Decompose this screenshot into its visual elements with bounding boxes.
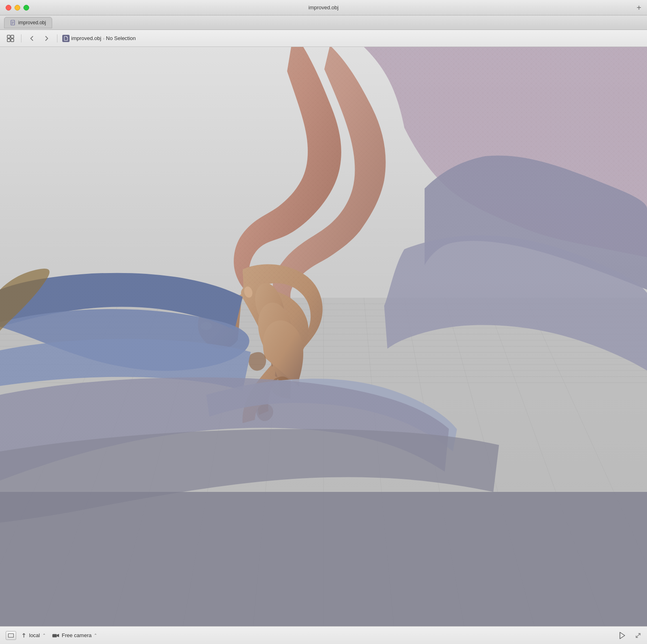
forward-button[interactable]	[41, 33, 52, 44]
svg-rect-36	[52, 634, 57, 637]
file-name-label: improved.obj	[71, 35, 101, 41]
svg-marker-38	[620, 632, 625, 639]
camera-section: Free camera ⌃	[52, 632, 97, 638]
back-icon	[29, 36, 35, 41]
transform-chevron[interactable]: ⌃	[42, 633, 46, 638]
maximize-button[interactable]	[23, 5, 29, 11]
svg-rect-4	[7, 35, 10, 38]
svg-line-39	[638, 634, 640, 636]
play-button[interactable]	[616, 629, 628, 642]
svg-rect-7	[11, 39, 14, 42]
traffic-lights[interactable]	[6, 5, 29, 11]
window-title: improved.obj	[309, 4, 338, 11]
close-button[interactable]	[6, 5, 11, 11]
file-icon	[62, 35, 70, 42]
layout-button[interactable]	[6, 631, 16, 640]
new-tab-button[interactable]: +	[636, 4, 641, 12]
obj-file-icon	[63, 36, 68, 41]
status-bar: local ⌃ Free camera ⌃	[0, 626, 647, 644]
play-icon	[619, 632, 626, 639]
tab-bar: improved.obj	[0, 15, 647, 30]
svg-line-40	[636, 636, 638, 637]
toolbar-separator-1	[21, 34, 21, 42]
resize-icon	[635, 633, 641, 638]
minimize-button[interactable]	[15, 5, 20, 11]
3d-viewport[interactable]	[0, 47, 647, 626]
camera-chevron[interactable]: ⌃	[94, 633, 97, 638]
active-tab[interactable]: improved.obj	[4, 17, 52, 28]
back-button[interactable]	[26, 33, 38, 44]
file-tab-icon	[10, 20, 16, 25]
grid-view-button[interactable]	[5, 33, 16, 44]
title-bar: improved.obj +	[0, 0, 647, 15]
layout-icon	[8, 633, 14, 638]
transform-icon	[21, 633, 27, 638]
svg-rect-6	[7, 39, 10, 42]
svg-rect-5	[11, 35, 14, 38]
svg-rect-34	[8, 633, 14, 637]
camera-icon	[52, 633, 59, 638]
bottom-fill	[0, 492, 647, 626]
transform-section: local ⌃	[21, 632, 46, 638]
forward-icon	[44, 36, 49, 41]
scene-view[interactable]	[0, 47, 647, 626]
breadcrumb-arrow: ›	[103, 36, 104, 41]
grid-icon	[7, 35, 14, 42]
transform-label: local	[29, 632, 40, 638]
tab-label: improved.obj	[18, 20, 46, 25]
svg-marker-37	[57, 634, 59, 637]
toolbar: improved.obj › No Selection	[0, 30, 647, 47]
resize-button[interactable]	[635, 632, 641, 639]
camera-label: Free camera	[62, 632, 92, 638]
toolbar-separator-2	[57, 34, 57, 42]
no-selection-label: No Selection	[106, 35, 136, 41]
breadcrumb: improved.obj › No Selection	[62, 35, 136, 42]
